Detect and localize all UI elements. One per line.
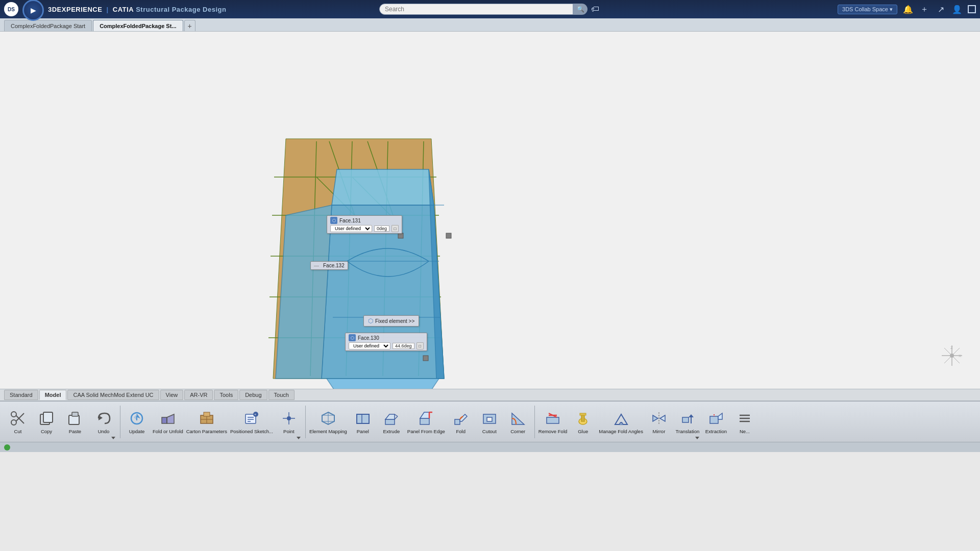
- translation-label: Translation: [676, 429, 700, 434]
- svg-rect-65: [357, 414, 369, 423]
- statusbar: [0, 442, 980, 452]
- face131-dropdown[interactable]: User defined: [330, 225, 372, 232]
- collab-space-button[interactable]: 3DS Collab Space ▾: [838, 5, 897, 14]
- face132-text: Face.132: [323, 263, 345, 268]
- product-name: CATIA: [113, 6, 134, 13]
- svg-line-70: [395, 414, 398, 416]
- toolbar-tab-standard[interactable]: Standard: [4, 390, 38, 400]
- glue-tool[interactable]: Glue: [569, 404, 597, 440]
- panel-from-edge-tool[interactable]: Panel From Edge: [406, 404, 446, 440]
- extraction-label: Extraction: [705, 429, 727, 434]
- manage-fold-angles-tool[interactable]: α Manage Fold Angles: [598, 404, 644, 440]
- carton-parameters-tool[interactable]: Carton Parameters: [185, 404, 228, 440]
- svg-rect-75: [455, 419, 460, 424]
- search-bar: 🔍 🏷: [379, 4, 601, 15]
- paste-icon: [66, 409, 84, 428]
- update-label: Update: [129, 429, 145, 434]
- cut-tool[interactable]: Cut: [4, 404, 32, 440]
- cutout-tool[interactable]: Cutout: [476, 404, 503, 440]
- add-button[interactable]: ＋: [919, 4, 930, 15]
- tab-1[interactable]: ComplexFoldedPackage Start: [4, 20, 92, 31]
- mirror-label: Mirror: [653, 429, 666, 434]
- svg-line-34: [16, 413, 24, 421]
- svg-rect-37: [43, 412, 53, 422]
- toolbar-tab-tools[interactable]: Tools: [214, 390, 238, 400]
- toolbar-tab-debug[interactable]: Debug: [239, 390, 267, 400]
- extrude-label: Extrude: [383, 429, 400, 434]
- toolbar-tab-view[interactable]: View: [160, 390, 184, 400]
- tab-2[interactable]: ComplexFoldedPackage St...: [93, 20, 183, 31]
- more-tool[interactable]: Ne...: [731, 404, 758, 440]
- carton-parameters-icon: [198, 409, 216, 428]
- point-tool[interactable]: Point: [275, 404, 303, 440]
- translation-tool[interactable]: Translation: [674, 404, 701, 440]
- face130-expand[interactable]: □: [416, 342, 424, 349]
- face132-label: — Face.132: [310, 261, 348, 270]
- svg-point-56: [287, 416, 291, 420]
- fold-tool[interactable]: Fold: [447, 404, 475, 440]
- extrude-tool[interactable]: Extrude: [378, 404, 405, 440]
- positioned-sketch-icon: +: [242, 409, 261, 428]
- svg-point-33: [11, 412, 16, 417]
- undo-tool[interactable]: Undo: [90, 404, 117, 440]
- svg-marker-72: [420, 412, 429, 418]
- face130-icon: ⬡: [349, 334, 356, 341]
- svg-marker-92: [689, 414, 694, 417]
- toolbar-tab-view-label: View: [166, 392, 178, 398]
- play-button[interactable]: [22, 0, 44, 21]
- fold-label: Fold: [456, 429, 465, 434]
- element-mapping-tool[interactable]: Element Mapping: [308, 404, 348, 440]
- search-input[interactable]: [379, 4, 573, 15]
- extrude-icon: [382, 409, 401, 428]
- fullscreen-button[interactable]: [968, 5, 976, 13]
- remove-fold-label: Remove Fold: [538, 429, 568, 434]
- fold-unfold-tool[interactable]: Fold or Unfold: [152, 404, 184, 440]
- toolbar-tab-touch[interactable]: Touch: [268, 390, 295, 400]
- search-button[interactable]: 🔍: [573, 4, 587, 15]
- fixed-element-button[interactable]: ⬡ Fixed element >>: [363, 315, 419, 327]
- topbar: DS 3DEXPERIENCE | CATIA Structural Packa…: [0, 0, 980, 18]
- tag-button[interactable]: 🏷: [590, 4, 601, 15]
- face130-text: Face.130: [358, 335, 379, 341]
- compass: Z X: [939, 343, 965, 368]
- extraction-tool[interactable]: Extraction: [702, 404, 730, 440]
- face130-dropdown[interactable]: User defined: [349, 342, 390, 349]
- toolbar-tab-touch-label: Touch: [274, 392, 289, 398]
- collab-space-label: 3DS Collab Space: [842, 6, 888, 12]
- app-logo: DS: [4, 2, 18, 16]
- manage-fold-angles-icon: α: [612, 409, 630, 428]
- toolbar-tab-caa[interactable]: CAA Solid MechMod Extend UC: [67, 390, 159, 400]
- positioned-sketch-label: Positioned Sketch...: [230, 429, 273, 434]
- tab-2-label: ComplexFoldedPackage St...: [100, 23, 176, 29]
- element-mapping-label: Element Mapping: [309, 429, 347, 434]
- panel-label: Panel: [357, 429, 369, 434]
- svg-marker-68: [385, 414, 395, 419]
- face131-expand[interactable]: □: [391, 225, 399, 232]
- notification-button[interactable]: 🔔: [902, 4, 914, 15]
- toolbar-tab-arvr[interactable]: AR-VR: [184, 390, 213, 400]
- tab-add-button[interactable]: +: [184, 20, 195, 31]
- user-button[interactable]: 👤: [951, 4, 963, 15]
- brand-text: 3DEXPERIENCE | CATIA Structural Package …: [48, 6, 226, 13]
- svg-rect-67: [385, 419, 395, 424]
- mirror-tool[interactable]: Mirror: [645, 404, 673, 440]
- copy-tool[interactable]: Copy: [33, 404, 60, 440]
- toolbar-tab-model[interactable]: Model: [39, 390, 67, 400]
- svg-rect-24: [446, 233, 451, 238]
- remove-fold-tool[interactable]: Remove Fold: [537, 404, 569, 440]
- point-label: Point: [283, 429, 295, 434]
- svg-text:+: +: [254, 413, 256, 416]
- corner-tool[interactable]: Corner: [504, 404, 532, 440]
- cutout-icon: [480, 409, 499, 428]
- manage-fold-angles-label: Manage Fold Angles: [599, 429, 643, 434]
- update-tool[interactable]: Update: [123, 404, 151, 440]
- paste-label: Paste: [69, 429, 81, 434]
- share-button[interactable]: ↗: [935, 4, 946, 15]
- svg-point-32: [11, 420, 16, 425]
- panel-tool[interactable]: Panel: [349, 404, 377, 440]
- face130-label: ⬡ Face.130 User defined 44.6deg □: [345, 333, 427, 351]
- positioned-sketch-tool[interactable]: + Positioned Sketch...: [229, 404, 274, 440]
- more-icon: [736, 409, 754, 428]
- paste-tool[interactable]: Paste: [61, 404, 89, 440]
- svg-marker-90: [660, 415, 665, 421]
